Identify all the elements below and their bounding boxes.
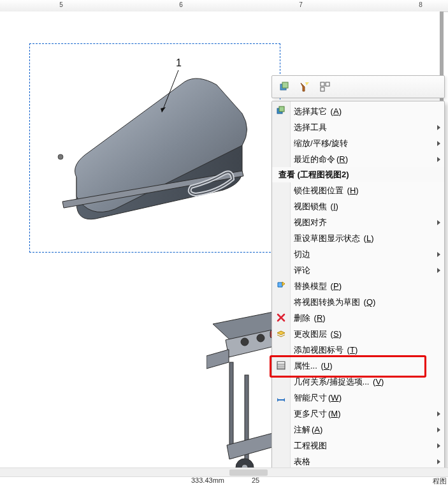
ruler: 5 6 7 8 bbox=[0, 0, 448, 12]
svg-rect-18 bbox=[279, 107, 284, 112]
properties-icon bbox=[275, 360, 287, 371]
status-bar: 333.43mm 25 程图 bbox=[0, 476, 448, 486]
chevron-right-icon bbox=[437, 157, 440, 162]
svg-rect-16 bbox=[321, 87, 324, 91]
menu-item-delete[interactable]: 删除 (R) bbox=[272, 310, 444, 326]
menu-label: 最近的命令 bbox=[294, 154, 335, 165]
menu-item-change-layer[interactable]: 更改图层 (S) bbox=[272, 326, 444, 342]
menu-label: 智能尺寸 bbox=[294, 392, 327, 404]
menu-label: 更改图层 bbox=[294, 328, 327, 340]
menu-item-view-focus[interactable]: 视图锁焦 (I) bbox=[272, 198, 444, 214]
menu-section-header: 查看 (工程图视图2) bbox=[272, 167, 444, 182]
menu-label: 将视图转换为草图 bbox=[294, 297, 360, 308]
ruler-tick: 8 bbox=[419, 1, 423, 8]
smart-dim-icon bbox=[275, 392, 287, 403]
menu-label: 几何关系/捕捉选项... bbox=[294, 376, 369, 388]
menu-label: 评论 bbox=[294, 265, 310, 276]
menu-item-more-dimensions[interactable]: 更多尺寸 (M) bbox=[272, 406, 444, 422]
svg-point-3 bbox=[241, 338, 249, 346]
menu-item-reset-sketch-display[interactable]: 重设草图显示状态 (L) bbox=[272, 230, 444, 246]
balloon-label[interactable]: 1 bbox=[176, 57, 182, 69]
menu-label: 更多尺寸 bbox=[294, 408, 327, 420]
menu-label: 属性... bbox=[294, 360, 317, 372]
flashlight-icon[interactable] bbox=[299, 81, 310, 92]
menu-label: 缩放/平移/旋转 bbox=[294, 138, 348, 149]
select-other-icon[interactable] bbox=[278, 81, 290, 92]
menu-label: 切边 bbox=[294, 249, 310, 260]
select-other-icon bbox=[275, 105, 287, 117]
ruler-tick: 6 bbox=[179, 1, 183, 8]
ruler-tick: 5 bbox=[59, 1, 63, 8]
chevron-right-icon bbox=[437, 141, 440, 146]
replace-model-icon bbox=[275, 280, 287, 291]
menu-item-select-other[interactable]: 选择其它 (A) bbox=[272, 103, 444, 119]
svg-rect-14 bbox=[321, 82, 324, 86]
chevron-right-icon bbox=[437, 220, 440, 225]
status-right-label: 程图 bbox=[433, 476, 447, 486]
status-coord-x: 333.43mm bbox=[191, 476, 224, 484]
menu-label: 删除 bbox=[294, 313, 310, 324]
chevron-right-icon bbox=[437, 411, 440, 416]
menu-item-view-align[interactable]: 视图对齐 bbox=[272, 214, 444, 230]
ruler-tick: 7 bbox=[299, 1, 303, 8]
chevron-right-icon bbox=[437, 125, 440, 130]
svg-rect-13 bbox=[282, 82, 288, 88]
delete-icon bbox=[275, 312, 287, 323]
menu-item-annotate[interactable]: 注解 (A) bbox=[272, 422, 444, 438]
menu-label: 表格 bbox=[294, 456, 310, 468]
menu-item-properties[interactable]: 属性... (U) bbox=[272, 358, 444, 374]
menu-label: 选择工具 bbox=[294, 122, 327, 133]
svg-point-0 bbox=[58, 154, 63, 159]
menu-item-drawing-view[interactable]: 工程视图 bbox=[272, 438, 444, 453]
mini-toolbar bbox=[271, 75, 445, 98]
menu-label: 视图对齐 bbox=[294, 217, 327, 228]
menu-item-replace-model[interactable]: 替换模型 (P) bbox=[272, 278, 444, 294]
horizontal-scrollbar[interactable] bbox=[0, 468, 448, 477]
status-coord-y: 25 bbox=[252, 476, 259, 484]
menu-item-convert-to-sketch[interactable]: 将视图转换为草图 (Q) bbox=[272, 294, 444, 310]
context-menu: 选择其它 (A) 选择工具 缩放/平移/旋转 最近的命令 (R) 查看 (工程图… bbox=[271, 101, 445, 472]
menu-label: 添加视图标号 bbox=[294, 344, 343, 356]
menu-label: 注解 bbox=[294, 424, 310, 436]
chevron-right-icon bbox=[437, 268, 440, 273]
menu-item-relations-snap-options[interactable]: 几何关系/捕捉选项... (V) bbox=[272, 374, 444, 390]
chevron-right-icon bbox=[437, 459, 440, 464]
menu-label: 锁住视图位置 bbox=[294, 185, 343, 196]
menu-label: 重设草图显示状态 bbox=[294, 233, 360, 244]
menu-item-comment[interactable]: 评论 bbox=[272, 262, 444, 278]
menu-label: 替换模型 bbox=[294, 281, 327, 292]
menu-item-tangent-edges[interactable]: 切边 bbox=[272, 246, 444, 262]
chevron-right-icon bbox=[437, 443, 440, 448]
menu-label: 选择其它 bbox=[294, 106, 327, 117]
menu-item-recent-commands[interactable]: 最近的命令 (R) bbox=[272, 151, 444, 167]
menu-item-lock-view-position[interactable]: 锁住视图位置 (H) bbox=[272, 182, 444, 198]
layout-icon[interactable] bbox=[319, 81, 331, 92]
menu-label: 视图锁焦 bbox=[294, 201, 327, 212]
menu-item-select-tools[interactable]: 选择工具 bbox=[272, 119, 444, 135]
chevron-right-icon bbox=[437, 427, 440, 432]
menu-item-smart-dimension[interactable]: 智能尺寸 (W) bbox=[272, 390, 444, 406]
change-layer-icon bbox=[275, 328, 287, 339]
menu-item-zoom-pan-rotate[interactable]: 缩放/平移/旋转 bbox=[272, 135, 444, 151]
svg-rect-15 bbox=[326, 82, 329, 86]
chevron-right-icon bbox=[437, 252, 440, 257]
svg-point-4 bbox=[257, 334, 264, 342]
menu-item-add-view-label[interactable]: 添加视图标号 (T) bbox=[272, 342, 444, 358]
menu-label: 工程视图 bbox=[294, 440, 327, 452]
drawing-view-lid[interactable] bbox=[51, 75, 255, 228]
scrollbar-thumb[interactable] bbox=[229, 469, 268, 476]
